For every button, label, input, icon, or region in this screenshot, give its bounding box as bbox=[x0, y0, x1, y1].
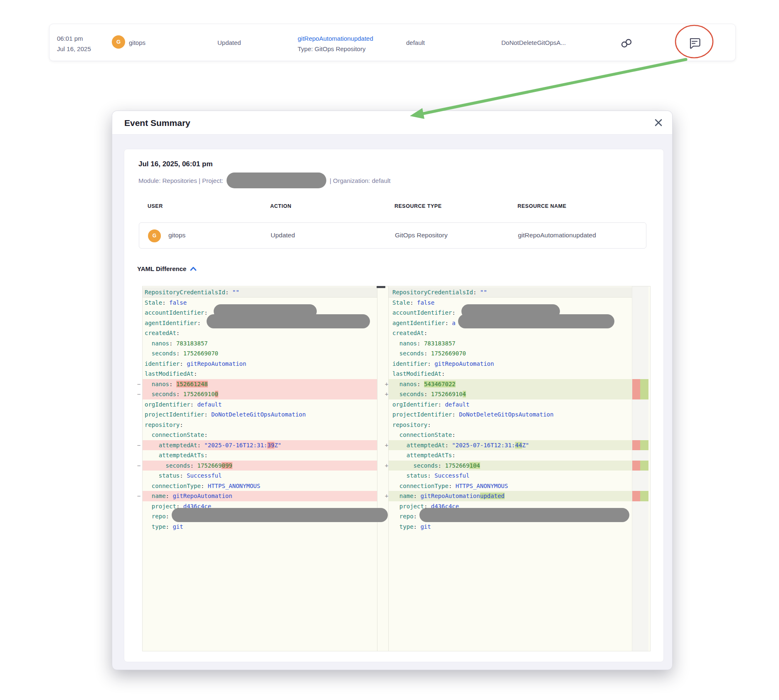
diff-token: : bbox=[427, 421, 431, 428]
diff-overview-ruler[interactable] bbox=[632, 286, 648, 651]
diff-token: repo bbox=[399, 513, 414, 520]
diff-line: repository: bbox=[389, 420, 632, 430]
yaml-difference-toggle[interactable]: YAML Difference bbox=[137, 265, 197, 272]
module-project-label: Module: Repositories | Project: bbox=[138, 177, 223, 184]
ruler-marker-removed bbox=[632, 491, 640, 501]
diff-line: repository: bbox=[143, 420, 377, 430]
ruler-marker-removed bbox=[632, 379, 640, 399]
project-label: DoNotDeleteGitOpsA... bbox=[501, 39, 566, 46]
diff-pane-original[interactable]: RepositoryCredentialsId: ""Stale: falsea… bbox=[143, 286, 377, 651]
diff-token: 44 bbox=[515, 442, 522, 449]
diff-token bbox=[145, 452, 159, 458]
diff-token: connectionType bbox=[152, 483, 201, 489]
diff-token: default bbox=[445, 401, 469, 408]
diff-line: connectionType: HTTPS_ANONYMOUS bbox=[143, 481, 377, 491]
diff-token: : bbox=[445, 442, 452, 449]
event-summary-button[interactable] bbox=[688, 37, 701, 50]
user-name: gitops bbox=[129, 39, 145, 46]
diff-token: : bbox=[452, 431, 455, 438]
diff-token: seconds bbox=[152, 391, 176, 397]
resource-name-link[interactable]: gitRepoAutomationupdated bbox=[298, 33, 373, 44]
diff-line: type: git bbox=[389, 522, 632, 532]
diff-token: Z" bbox=[274, 442, 281, 449]
diff-token: accountIdentifier bbox=[145, 309, 204, 316]
diff-line: − seconds: 1752669100 bbox=[143, 389, 377, 399]
diff-sash-handle[interactable] bbox=[377, 286, 385, 288]
diff-token: HTTPS_ANONYMOUS bbox=[208, 483, 260, 489]
copy-link-button[interactable] bbox=[620, 38, 633, 49]
diff-token bbox=[145, 493, 152, 499]
diff-token: 0 bbox=[215, 391, 218, 397]
annotation-arrow-line bbox=[422, 59, 686, 114]
ruler-marker[interactable] bbox=[632, 379, 648, 399]
diff-token: : bbox=[417, 381, 424, 387]
row-resource-name: gitRepoAutomationupdated bbox=[518, 232, 596, 239]
diff-token: 099 bbox=[222, 462, 232, 469]
redacted-blob bbox=[419, 508, 629, 522]
avatar: G bbox=[148, 229, 161, 242]
diff-token bbox=[145, 472, 159, 479]
event-time: 06:01 pm Jul 16, 2025 bbox=[57, 33, 91, 54]
diff-token: Successful bbox=[187, 472, 222, 479]
audit-log-row[interactable]: 06:01 pm Jul 16, 2025 G gitops Updated g… bbox=[49, 24, 736, 61]
diff-line: repo: bbox=[143, 511, 377, 522]
diff-token: : bbox=[180, 360, 187, 367]
ruler-marker[interactable] bbox=[632, 461, 648, 471]
diff-line: + nanos: 543467022 bbox=[389, 379, 632, 389]
diff-pane-modified[interactable]: RepositoryCredentialsId: ""Stale: falsea… bbox=[388, 286, 632, 651]
event-time-date: Jul 16, 2025 bbox=[57, 44, 91, 54]
diff-token: : bbox=[190, 401, 197, 408]
diff-token: : bbox=[201, 483, 208, 489]
column-header-resource-name: RESOURCE NAME bbox=[518, 203, 567, 209]
ruler-marker[interactable] bbox=[632, 491, 648, 501]
table-row: G gitops Updated GitOps Repository gitRe… bbox=[139, 222, 646, 249]
diff-token: : bbox=[414, 523, 421, 530]
diff-token: "2025-07-16T12:31: bbox=[204, 442, 267, 449]
ruler-marker-added bbox=[640, 491, 648, 501]
close-button[interactable] bbox=[652, 117, 665, 129]
diff-token: connectionState bbox=[152, 431, 204, 438]
diff-line: createdAt: bbox=[389, 328, 632, 338]
diff-token: orgIdentifier bbox=[392, 401, 438, 408]
diff-token: : bbox=[180, 421, 183, 428]
diff-token: : bbox=[180, 472, 187, 479]
event-meta: Module: Repositories | Project: | Organi… bbox=[138, 172, 390, 189]
close-icon bbox=[654, 122, 663, 128]
diff-token bbox=[392, 340, 399, 347]
diff-token bbox=[145, 513, 152, 520]
diff-token: : bbox=[410, 299, 417, 306]
diff-token: createdAt bbox=[392, 330, 424, 336]
diff-change-sign: + bbox=[384, 379, 390, 389]
diff-line: agentIdentifier: bbox=[143, 318, 377, 328]
diff-line: connectionType: HTTPS_ANONYMOUS bbox=[389, 481, 632, 491]
diff-token: : bbox=[438, 401, 445, 408]
diff-token bbox=[145, 442, 159, 449]
diff-token bbox=[145, 483, 152, 489]
diff-token: 104 bbox=[469, 462, 480, 469]
diff-token: nanos bbox=[399, 340, 417, 347]
ruler-marker-added bbox=[640, 379, 648, 399]
diff-token: : bbox=[166, 513, 169, 520]
diff-line: lastModifiedAt: bbox=[143, 369, 377, 379]
diff-token: seconds bbox=[166, 462, 190, 469]
row-resource-type: GitOps Repository bbox=[395, 232, 448, 239]
diff-token: 175266910 bbox=[431, 391, 463, 397]
ruler-marker[interactable] bbox=[632, 440, 648, 451]
diff-token: : bbox=[176, 391, 183, 397]
diff-token bbox=[145, 391, 152, 397]
diff-line: connectionState: bbox=[143, 430, 377, 440]
diff-token: : bbox=[194, 370, 197, 377]
diff-line: lastModifiedAt: bbox=[389, 369, 632, 379]
diff-token: projectIdentifier bbox=[392, 411, 452, 418]
avatar: G bbox=[112, 35, 125, 49]
diff-change-sign: − bbox=[136, 389, 142, 399]
diff-token bbox=[392, 381, 399, 387]
chevron-up-icon[interactable] bbox=[190, 265, 197, 272]
diff-token bbox=[392, 442, 407, 449]
diff-token: attemptedAt bbox=[159, 442, 197, 449]
diff-token bbox=[392, 483, 399, 489]
diff-line: − attemptedAt: "2025-07-16T12:31:39Z" bbox=[143, 440, 377, 451]
diff-token: 39 bbox=[267, 442, 274, 449]
diff-token: 1752669 bbox=[445, 462, 469, 469]
diff-change-sign: + bbox=[384, 389, 390, 399]
